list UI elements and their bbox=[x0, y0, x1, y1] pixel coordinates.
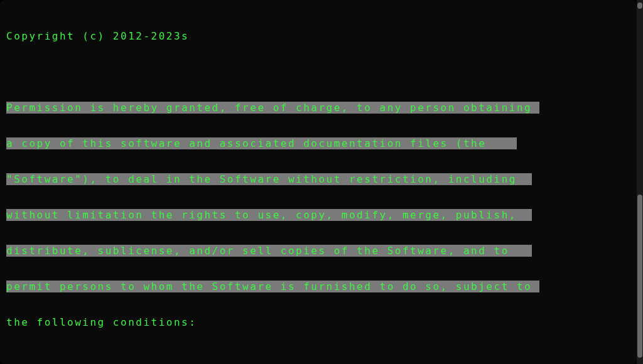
visual-selection: Permission is hereby granted, free of ch… bbox=[6, 102, 532, 114]
terminal-viewport[interactable]: Copyright (c) 2012-2023s Permission is h… bbox=[0, 0, 637, 364]
visual-selection: distribute, sublicense, and/or sell copi… bbox=[6, 245, 517, 257]
visual-selection-pad bbox=[517, 173, 532, 185]
visual-selection-pad bbox=[517, 245, 532, 257]
visual-selection: "Software"), to deal in the Software wit… bbox=[6, 173, 517, 185]
visual-selection: a copy of this software and associated d… bbox=[6, 137, 494, 149]
scrollbar-track[interactable] bbox=[637, 0, 643, 364]
visual-selection: permit persons to whom the Software is f… bbox=[6, 281, 532, 292]
visual-selection-pad bbox=[494, 137, 517, 149]
buffer-line: the following conditions: bbox=[6, 316, 630, 328]
visual-selection: without limitation the rights to use, co… bbox=[6, 209, 517, 221]
buffer-line bbox=[6, 66, 630, 78]
buffer-line-selected: a copy of this software and associated d… bbox=[6, 137, 630, 149]
visual-selection-pad bbox=[532, 281, 539, 292]
buffer-line-selected: Permission is hereby granted, free of ch… bbox=[6, 102, 630, 114]
buffer-line-selected: without limitation the rights to use, co… bbox=[6, 209, 630, 221]
buffer-line bbox=[6, 352, 630, 364]
buffer-line-selected: "Software"), to deal in the Software wit… bbox=[6, 173, 630, 185]
visual-selection-pad bbox=[517, 209, 532, 221]
buffer-line-selected: distribute, sublicense, and/or sell copi… bbox=[6, 245, 630, 257]
scrollbar-top-handle[interactable] bbox=[637, 3, 642, 9]
visual-selection-pad bbox=[532, 102, 539, 114]
buffer-line: Copyright (c) 2012-2023s bbox=[6, 30, 630, 42]
buffer-line-selected: permit persons to whom the Software is f… bbox=[6, 281, 630, 292]
scrollbar-handle[interactable] bbox=[637, 195, 642, 358]
